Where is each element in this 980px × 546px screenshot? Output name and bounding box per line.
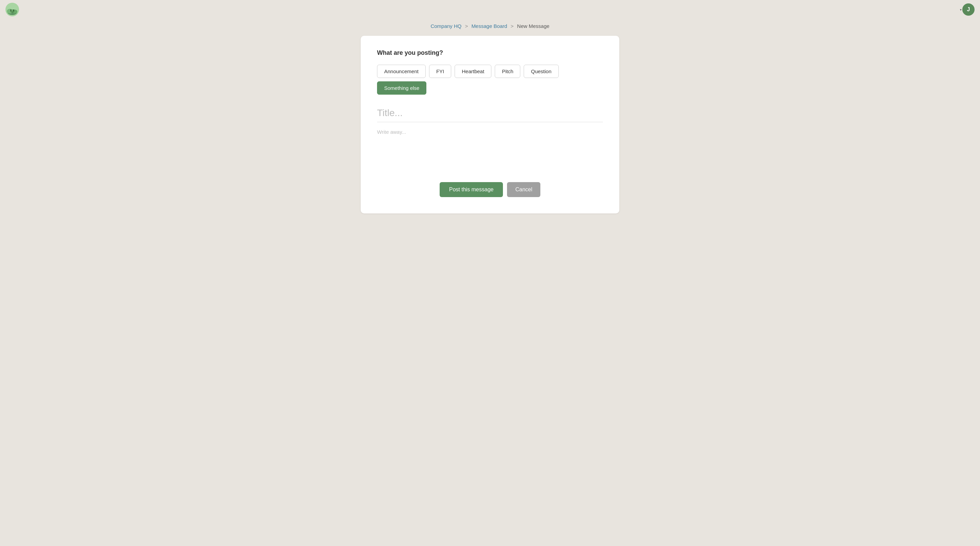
user-menu[interactable]: ▾ J — [960, 3, 975, 16]
svg-point-4 — [10, 10, 11, 11]
cancel-button[interactable]: Cancel — [507, 182, 540, 197]
breadcrumb: Company HQ > Message Board > New Message — [0, 19, 980, 36]
post-message-button[interactable]: Post this message — [440, 182, 503, 197]
category-buttons: Announcement FYI Heartbeat Pitch Questio… — [377, 65, 603, 95]
breadcrumb-message-board[interactable]: Message Board — [471, 23, 507, 29]
avatar[interactable]: J — [962, 3, 975, 16]
logo-container — [5, 3, 19, 16]
main-content: What are you posting? Announcement FYI H… — [0, 36, 980, 213]
svg-point-3 — [12, 10, 18, 14]
breadcrumb-separator-1: > — [465, 23, 468, 29]
form-question: What are you posting? — [377, 49, 603, 57]
category-btn-announcement[interactable]: Announcement — [377, 65, 426, 78]
form-card: What are you posting? Announcement FYI H… — [361, 36, 619, 213]
body-textarea[interactable] — [377, 129, 603, 170]
breadcrumb-company-hq[interactable]: Company HQ — [430, 23, 461, 29]
category-btn-something-else[interactable]: Something else — [377, 81, 426, 95]
chevron-down-icon: ▾ — [960, 8, 962, 11]
breadcrumb-current: New Message — [517, 23, 550, 29]
category-btn-question[interactable]: Question — [524, 65, 558, 78]
category-btn-heartbeat[interactable]: Heartbeat — [455, 65, 492, 78]
breadcrumb-separator-2: > — [511, 23, 515, 29]
action-buttons: Post this message Cancel — [377, 182, 603, 197]
title-input[interactable] — [377, 105, 603, 122]
category-btn-fyi[interactable]: FYI — [429, 65, 451, 78]
svg-point-5 — [13, 10, 14, 11]
topbar: ▾ J — [0, 0, 980, 19]
category-btn-pitch[interactable]: Pitch — [495, 65, 520, 78]
app-logo — [5, 3, 19, 16]
